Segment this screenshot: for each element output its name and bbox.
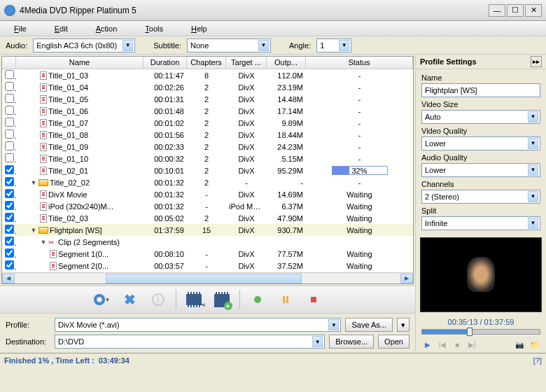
table-row[interactable]: Title_01_0400:02:262DivX23.19M- <box>2 81 413 93</box>
col-status[interactable]: Status <box>306 57 413 69</box>
menu-help[interactable]: Help <box>191 24 207 33</box>
next-button[interactable]: ▶| <box>465 339 478 350</box>
save-as-button[interactable]: Save As... <box>345 318 393 332</box>
status-text: Finished 1% , Time Left : <box>4 356 94 365</box>
expander-icon[interactable]: ▼ <box>30 227 37 234</box>
status-bar: Finished 1% , Time Left : 03:49:34 [?] <box>0 353 546 367</box>
name-field[interactable] <box>421 83 540 97</box>
col-duration[interactable]: Duration <box>144 57 187 69</box>
row-checkbox[interactable] <box>5 225 14 234</box>
output-panel: Profile: DivX Movie (*.avi)▼ Save As... … <box>0 314 415 353</box>
destination-select[interactable]: D:\DVD▼ <box>55 335 325 349</box>
video-quality-select[interactable]: Lower▼ <box>421 136 540 150</box>
file-icon <box>40 71 47 80</box>
row-checkbox[interactable] <box>5 165 14 174</box>
info-button[interactable]: i <box>148 289 169 310</box>
scroll-left-icon[interactable]: ◀ <box>2 274 15 284</box>
stop-button[interactable] <box>303 289 324 310</box>
maximize-button[interactable]: ☐ <box>507 4 524 17</box>
table-row[interactable]: Title_01_0500:01:312DivX14.48M- <box>2 93 413 105</box>
row-checkbox[interactable] <box>5 248 14 258</box>
table-row[interactable]: ▼Flightplan [WS]01:37:5915DivX930.7MWait… <box>2 224 413 236</box>
table-row[interactable]: Segment 1(0...00:08:10-DivX77.57MWaiting <box>2 248 413 260</box>
playback-controls: ▶ |◀ ■ ▶| 📷 📁 <box>416 336 546 353</box>
video-size-select[interactable]: Auto▼ <box>421 110 540 124</box>
expander-icon[interactable]: ▼ <box>40 239 47 246</box>
col-chapters[interactable]: Chapters <box>187 57 226 69</box>
start-button[interactable] <box>247 289 268 310</box>
open-button[interactable]: Open <box>378 335 410 349</box>
minimize-button[interactable]: — <box>489 4 505 17</box>
scroll-right-icon[interactable]: ▶ <box>400 274 413 284</box>
split-select[interactable]: Infinite▼ <box>421 216 540 230</box>
horizontal-scrollbar[interactable]: ◀ ▶ <box>2 272 413 284</box>
table-row[interactable]: ▼Title_02_0200:01:322--- <box>2 176 413 188</box>
prev-button[interactable]: |◀ <box>436 339 449 350</box>
menu-tools[interactable]: Tools <box>145 24 163 33</box>
title-grid: Name Duration Chapters Target ... Outp..… <box>1 56 414 284</box>
table-row[interactable]: Title_01_0800:01:562DivX18.44M- <box>2 129 413 141</box>
col-check[interactable] <box>2 57 16 69</box>
row-checkbox[interactable] <box>5 189 14 198</box>
row-checkbox[interactable] <box>5 213 14 222</box>
play-button[interactable]: ▶ <box>421 339 434 350</box>
delete-button[interactable]: ✖ <box>120 289 141 310</box>
file-icon <box>40 155 47 163</box>
add-profile-button[interactable]: + <box>211 289 232 310</box>
pause-button[interactable] <box>275 289 296 310</box>
file-icon <box>50 250 57 258</box>
folder-icon <box>38 227 48 234</box>
row-checkbox[interactable] <box>5 237 14 246</box>
table-row[interactable]: Title_01_0900:02:332DivX24.23M- <box>2 141 413 153</box>
table-row[interactable]: Title_01_1000:00:322DivX5.15M- <box>2 153 413 164</box>
row-checkbox[interactable] <box>5 141 14 150</box>
seek-thumb[interactable] <box>467 328 472 336</box>
row-checkbox[interactable] <box>5 70 14 79</box>
menu-edit[interactable]: Edit <box>55 24 68 33</box>
snapshot-button[interactable]: 📷 <box>513 339 526 350</box>
table-row[interactable]: Title_02_0100:10:012DivX95.29M32% <box>2 164 413 176</box>
channels-select[interactable]: 2 (Stereo)▼ <box>421 190 540 204</box>
row-checkbox[interactable] <box>5 106 14 115</box>
row-checkbox[interactable] <box>5 94 14 103</box>
scroll-thumb[interactable] <box>106 274 302 284</box>
row-checkbox[interactable] <box>5 177 14 186</box>
browse-button[interactable]: Browse... <box>329 335 374 349</box>
load-disc-button[interactable]: ▼ <box>92 289 113 310</box>
clip-button[interactable]: ✂ <box>183 289 204 310</box>
table-row[interactable]: Title_01_0600:01:482DivX17.14M- <box>2 105 413 117</box>
table-row[interactable]: Title_01_0700:01:022DivX9.89M- <box>2 117 413 129</box>
angle-select[interactable]: 1▼ <box>316 38 351 52</box>
menu-file[interactable]: File <box>14 24 27 33</box>
profile-select[interactable]: DivX Movie (*.avi)▼ <box>55 318 341 332</box>
col-target[interactable]: Target ... <box>226 57 267 69</box>
subtitle-select[interactable]: None▼ <box>187 38 271 52</box>
table-row[interactable]: Title_01_0300:11:478DivX112.0M- <box>2 69 413 81</box>
table-row[interactable]: DivX Movie00:01:32-DivX14.69MWaiting <box>2 188 413 200</box>
chevron-down-icon: ▼ <box>328 319 339 330</box>
row-checkbox[interactable] <box>5 201 14 210</box>
table-row[interactable]: Segment 2(0...00:03:57-DivX37.52MWaiting <box>2 260 413 272</box>
table-row[interactable]: ▼Clip (2 Segments) <box>2 236 413 248</box>
expand-settings-button[interactable]: ▸▸ <box>531 56 542 67</box>
col-name[interactable]: Name <box>16 57 144 69</box>
help-link[interactable]: [?] <box>533 356 542 365</box>
table-row[interactable]: iPod (320x240)M...00:01:32-iPod Movie6.3… <box>2 200 413 212</box>
table-row[interactable]: Title_02_0300:05:022DivX47.90MWaiting <box>2 212 413 224</box>
row-checkbox[interactable] <box>5 118 14 127</box>
stop-preview-button[interactable]: ■ <box>451 339 463 350</box>
profile-menu-button[interactable]: ▾ <box>397 318 410 332</box>
row-checkbox[interactable] <box>5 82 14 91</box>
row-checkbox[interactable] <box>5 153 14 162</box>
close-button[interactable]: ✕ <box>525 4 542 17</box>
col-output[interactable]: Outp... <box>267 57 306 69</box>
menu-action[interactable]: Action <box>96 24 118 33</box>
row-checkbox[interactable] <box>5 130 14 139</box>
snapshot-folder-button[interactable]: 📁 <box>528 339 540 350</box>
row-checkbox[interactable] <box>5 260 14 270</box>
seek-slider[interactable] <box>421 329 540 335</box>
row-name: Title_01_10 <box>48 155 88 163</box>
audio-quality-select[interactable]: Lower▼ <box>421 163 540 177</box>
audio-select[interactable]: English AC3 6ch (0x80)▼ <box>33 38 135 52</box>
expander-icon[interactable]: ▼ <box>30 179 37 186</box>
